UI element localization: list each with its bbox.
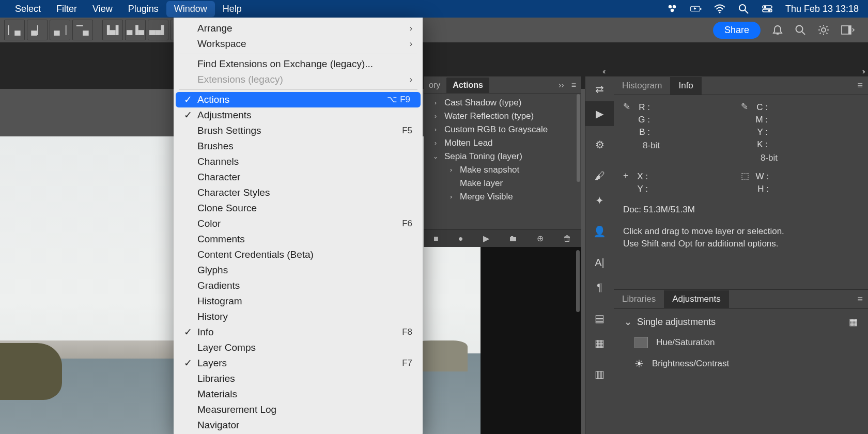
action-play-icon[interactable]: ▶ [483,234,489,243]
actions-menu-icon[interactable]: ≡ [571,81,576,90]
dock-styles-icon[interactable]: ▦ [585,331,614,355]
action-custom-rgb-to-grayscale[interactable]: ›Custom RGB to Grayscale [424,123,581,136]
dock-clone-icon[interactable]: 👤 [585,219,614,244]
menuitem-history[interactable]: History [174,309,423,324]
history-tab-peek[interactable]: ory [429,81,440,90]
menu-window[interactable]: Window [166,1,215,17]
adjustments-section-header[interactable]: ⌄ Single adjustments ▦ [624,316,858,328]
align-hcenter-icon[interactable]: ▄▏ [27,20,48,40]
idea-icon[interactable] [817,24,830,36]
figma-icon[interactable] [667,3,678,14]
action-folder-icon[interactable]: 🖿 [509,234,517,243]
actions-scrollbar[interactable] [577,94,580,182]
action-cast-shadow-type-[interactable]: ›Cast Shadow (type) [424,96,581,110]
menuitem-comments[interactable]: Comments [174,231,423,247]
menuitem-color[interactable]: ColorF6 [174,216,423,231]
svg-point-11 [768,9,771,12]
info-menu-icon[interactable]: ≡ [857,80,863,91]
action-stop-icon[interactable]: ■ [433,234,439,243]
collapse-right-icon[interactable]: ›› [862,67,864,75]
action-merge-visible[interactable]: ›Merge Visible [424,190,581,204]
dock-brush-icon[interactable]: 🖌 [585,163,614,188]
menuitem-gradients[interactable]: Gradients [174,278,423,293]
action-molten-lead[interactable]: ›Molten Lead [424,136,581,150]
menuitem-arrange[interactable]: Arrange› [174,21,423,36]
battery-icon[interactable] [690,3,702,14]
menu-help[interactable]: Help [215,1,250,17]
menuitem-clone-source[interactable]: Clone Source [174,200,423,216]
menuitem-find-extensions-on-exchange-legacy-[interactable]: Find Extensions on Exchange (legacy)... [174,56,423,72]
action-new-icon[interactable]: ⊕ [537,234,544,243]
svg-point-1 [673,5,676,8]
menuitem-channels[interactable]: Channels [174,154,423,169]
spotlight-icon[interactable] [738,3,749,14]
tab-histogram[interactable]: Histogram [614,77,670,95]
action-sepia-toning-layer-[interactable]: ⌄Sepia Toning (layer) [424,150,581,163]
eyedropper-cmyk-icon: ✎ [741,101,748,151]
menuitem-adjustments[interactable]: ✓Adjustments [174,107,423,123]
dock-sliders-icon[interactable]: ⚙ [585,132,614,157]
menuitem-materials[interactable]: Materials [174,386,423,402]
collapse-left-icon[interactable]: ‹‹ [602,67,604,75]
workspace-menu-icon[interactable] [841,25,855,35]
align-top-icon[interactable]: ▔▄ [72,20,93,40]
align-left-icon[interactable]: ▏▄ [4,20,25,40]
menuitem-content-credentials-beta-[interactable]: Content Credentials (Beta) [174,247,423,262]
menuitem-histogram[interactable]: Histogram [174,293,423,309]
dock-swap-icon[interactable]: ⇄ [585,76,614,101]
distribute-3-icon[interactable]: ▄▄▌ [148,20,168,40]
menuitem-brushes[interactable]: Brushes [174,138,423,154]
menuitem-character[interactable]: Character [174,169,423,185]
menuitem-navigator[interactable]: Navigator [174,417,423,433]
dock-glyphs-icon[interactable]: ▤ [585,306,614,331]
menuitem-workspace[interactable]: Workspace› [174,36,423,52]
menu-select[interactable]: Select [7,1,49,17]
menuitem-actions[interactable]: ✓Actions⌥ F9 [176,92,421,107]
menuitem-libraries[interactable]: Libraries [174,371,423,386]
dock-swatches-icon[interactable]: ▥ [585,362,614,386]
grid-view-icon[interactable]: ▦ [849,316,858,328]
action-make-snapshot[interactable]: ›Make snapshot [424,163,581,177]
action-record-icon[interactable]: ● [458,234,463,243]
menu-plugins[interactable]: Plugins [120,1,166,17]
menuitem-glyphs[interactable]: Glyphs [174,262,423,278]
align-right-icon[interactable]: ▄▕ [50,20,70,40]
menuitem-info[interactable]: ✓InfoF8 [174,324,423,340]
tab-adjustments[interactable]: Adjustments [664,290,729,308]
menubar-clock[interactable]: Thu Feb 13 13:18 [785,4,859,14]
margin-scrollbar[interactable] [576,250,580,312]
action-water-reflection-type-[interactable]: ›Water Reflection (type) [424,110,581,123]
dock-paragraph-icon[interactable]: ¶ [585,275,614,300]
action-delete-icon[interactable]: 🗑 [563,234,571,243]
share-button[interactable]: Share [713,22,761,39]
adjustment-hue-sat[interactable]: Hue/Saturation [624,337,858,348]
adjustments-menu-icon[interactable]: ≡ [857,294,863,305]
svg-line-14 [802,32,805,35]
chevron-down-icon: ⌄ [624,316,632,328]
actions-tab[interactable]: Actions [446,78,489,93]
wifi-icon[interactable] [714,3,725,14]
svg-line-20 [820,26,821,27]
dock-play-icon[interactable]: ▶ [585,101,614,126]
menu-filter[interactable]: Filter [49,1,85,17]
action-make-layer[interactable]: Make layer [424,177,581,190]
menu-view[interactable]: View [85,1,120,17]
actions-overflow-icon[interactable]: ›› [559,81,564,90]
svg-line-7 [745,10,748,13]
tab-libraries[interactable]: Libraries [614,290,664,308]
control-center-icon[interactable] [762,3,773,14]
distribute-2-icon[interactable]: ▄▐▄ [125,20,146,40]
search-icon[interactable] [795,24,806,36]
dock-mixer-icon[interactable]: ✦ [585,188,614,213]
menuitem-layers[interactable]: ✓LayersF7 [174,355,423,371]
notifications-icon[interactable] [772,24,783,36]
dock-character-icon[interactable]: A| [585,250,614,275]
menuitem-measurement-log[interactable]: Measurement Log [174,402,423,417]
menuitem-brush-settings[interactable]: Brush SettingsF5 [174,123,423,138]
info-bit-r: 8-bit [761,153,859,163]
tab-info[interactable]: Info [670,77,701,95]
menuitem-character-styles[interactable]: Character Styles [174,185,423,200]
menuitem-layer-comps[interactable]: Layer Comps [174,340,423,355]
adjustment-brightness[interactable]: ☀ Brightness/Contrast [624,358,858,370]
distribute-1-icon[interactable]: ▐▄▌ [102,20,123,40]
